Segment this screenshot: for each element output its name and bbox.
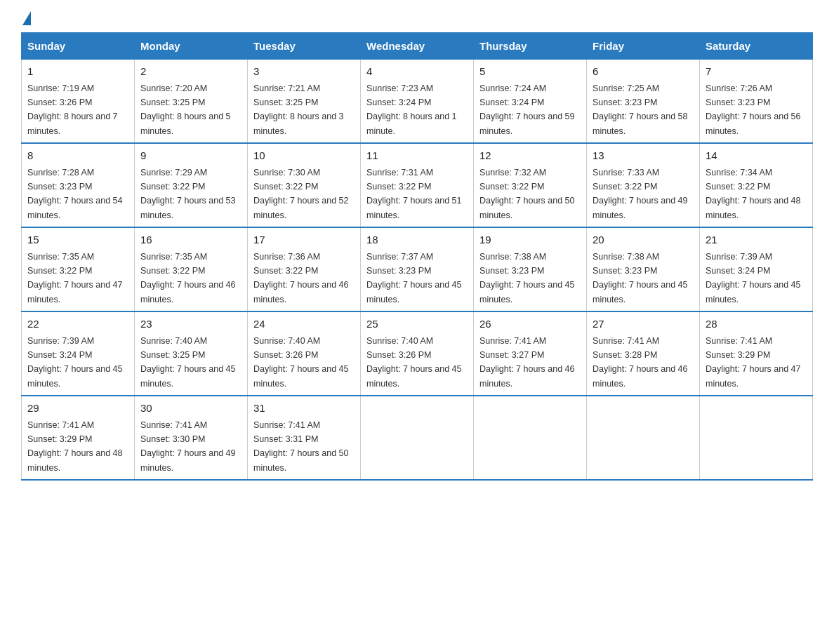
- calendar-cell: 24Sunrise: 7:40 AMSunset: 3:26 PMDayligh…: [248, 311, 361, 396]
- calendar-cell: 5Sunrise: 7:24 AMSunset: 3:24 PMDaylight…: [474, 60, 587, 144]
- calendar-cell: 31Sunrise: 7:41 AMSunset: 3:31 PMDayligh…: [248, 396, 361, 480]
- calendar-cell: 4Sunrise: 7:23 AMSunset: 3:24 PMDaylight…: [361, 60, 474, 144]
- day-info: Sunrise: 7:33 AMSunset: 3:22 PMDaylight:…: [593, 168, 688, 220]
- day-number: 2: [140, 64, 241, 80]
- day-info: Sunrise: 7:32 AMSunset: 3:22 PMDaylight:…: [479, 168, 575, 220]
- day-info: Sunrise: 7:41 AMSunset: 3:30 PMDaylight:…: [140, 420, 236, 473]
- day-number: 17: [253, 232, 355, 248]
- calendar-cell: [474, 396, 587, 480]
- day-number: 10: [253, 148, 355, 164]
- day-number: 13: [593, 148, 694, 164]
- header-saturday: Saturday: [700, 33, 813, 60]
- day-info: Sunrise: 7:38 AMSunset: 3:23 PMDaylight:…: [593, 252, 688, 304]
- calendar-week-row: 15Sunrise: 7:35 AMSunset: 3:22 PMDayligh…: [22, 227, 813, 311]
- day-info: Sunrise: 7:34 AMSunset: 3:22 PMDaylight:…: [706, 168, 801, 220]
- logo: [21, 14, 31, 25]
- day-info: Sunrise: 7:37 AMSunset: 3:23 PMDaylight:…: [366, 252, 462, 304]
- calendar-week-row: 29Sunrise: 7:41 AMSunset: 3:29 PMDayligh…: [22, 396, 813, 480]
- day-info: Sunrise: 7:24 AMSunset: 3:24 PMDaylight:…: [479, 83, 575, 136]
- day-info: Sunrise: 7:41 AMSunset: 3:29 PMDaylight:…: [27, 420, 123, 473]
- header-thursday: Thursday: [474, 33, 587, 60]
- day-info: Sunrise: 7:20 AMSunset: 3:25 PMDaylight:…: [140, 83, 231, 136]
- calendar-cell: 10Sunrise: 7:30 AMSunset: 3:22 PMDayligh…: [248, 143, 361, 227]
- day-number: 19: [479, 232, 581, 248]
- day-number: 20: [593, 232, 694, 248]
- header-tuesday: Tuesday: [248, 33, 361, 60]
- day-number: 25: [366, 316, 468, 333]
- calendar-week-row: 22Sunrise: 7:39 AMSunset: 3:24 PMDayligh…: [22, 311, 813, 396]
- header-friday: Friday: [587, 33, 700, 60]
- day-number: 3: [253, 64, 355, 80]
- day-info: Sunrise: 7:35 AMSunset: 3:22 PMDaylight:…: [27, 252, 123, 304]
- calendar-cell: 7Sunrise: 7:26 AMSunset: 3:23 PMDaylight…: [700, 60, 813, 144]
- day-info: Sunrise: 7:29 AMSunset: 3:22 PMDaylight:…: [140, 168, 236, 220]
- day-number: 12: [479, 148, 581, 164]
- day-number: 24: [253, 316, 355, 333]
- calendar-cell: 16Sunrise: 7:35 AMSunset: 3:22 PMDayligh…: [135, 227, 248, 311]
- day-info: Sunrise: 7:36 AMSunset: 3:22 PMDaylight:…: [253, 252, 349, 304]
- calendar-cell: 9Sunrise: 7:29 AMSunset: 3:22 PMDaylight…: [135, 143, 248, 227]
- day-number: 18: [366, 232, 468, 248]
- day-info: Sunrise: 7:40 AMSunset: 3:25 PMDaylight:…: [140, 336, 236, 389]
- calendar-cell: 17Sunrise: 7:36 AMSunset: 3:22 PMDayligh…: [248, 227, 361, 311]
- page-header: [21, 14, 813, 25]
- day-info: Sunrise: 7:39 AMSunset: 3:24 PMDaylight:…: [706, 252, 801, 304]
- day-number: 15: [27, 232, 128, 248]
- calendar-cell: 26Sunrise: 7:41 AMSunset: 3:27 PMDayligh…: [474, 311, 587, 396]
- day-info: Sunrise: 7:31 AMSunset: 3:22 PMDaylight:…: [366, 168, 462, 220]
- day-number: 9: [140, 148, 241, 164]
- day-number: 22: [27, 316, 128, 333]
- calendar-cell: 22Sunrise: 7:39 AMSunset: 3:24 PMDayligh…: [22, 311, 135, 396]
- calendar-cell: 14Sunrise: 7:34 AMSunset: 3:22 PMDayligh…: [700, 143, 813, 227]
- calendar-cell: 8Sunrise: 7:28 AMSunset: 3:23 PMDaylight…: [22, 143, 135, 227]
- calendar-cell: 20Sunrise: 7:38 AMSunset: 3:23 PMDayligh…: [587, 227, 700, 311]
- day-number: 7: [706, 64, 807, 80]
- day-info: Sunrise: 7:40 AMSunset: 3:26 PMDaylight:…: [253, 336, 349, 389]
- calendar-cell: 21Sunrise: 7:39 AMSunset: 3:24 PMDayligh…: [700, 227, 813, 311]
- header-sunday: Sunday: [22, 33, 135, 60]
- calendar-cell: 29Sunrise: 7:41 AMSunset: 3:29 PMDayligh…: [22, 396, 135, 480]
- calendar-cell: 1Sunrise: 7:19 AMSunset: 3:26 PMDaylight…: [22, 60, 135, 144]
- day-info: Sunrise: 7:35 AMSunset: 3:22 PMDaylight:…: [140, 252, 236, 304]
- calendar-cell: [361, 396, 474, 480]
- calendar-week-row: 1Sunrise: 7:19 AMSunset: 3:26 PMDaylight…: [22, 60, 813, 144]
- day-number: 1: [27, 64, 128, 80]
- calendar-cell: 15Sunrise: 7:35 AMSunset: 3:22 PMDayligh…: [22, 227, 135, 311]
- calendar-cell: 23Sunrise: 7:40 AMSunset: 3:25 PMDayligh…: [135, 311, 248, 396]
- day-info: Sunrise: 7:26 AMSunset: 3:23 PMDaylight:…: [706, 83, 801, 136]
- calendar-cell: [700, 396, 813, 480]
- day-number: 5: [479, 64, 581, 80]
- day-number: 28: [706, 316, 807, 333]
- day-number: 29: [27, 401, 128, 417]
- day-number: 31: [253, 401, 355, 417]
- calendar-cell: 30Sunrise: 7:41 AMSunset: 3:30 PMDayligh…: [135, 396, 248, 480]
- day-info: Sunrise: 7:28 AMSunset: 3:23 PMDaylight:…: [27, 168, 123, 220]
- calendar-header-row: SundayMondayTuesdayWednesdayThursdayFrid…: [22, 33, 813, 60]
- day-info: Sunrise: 7:38 AMSunset: 3:23 PMDaylight:…: [479, 252, 575, 304]
- day-number: 16: [140, 232, 241, 248]
- day-number: 23: [140, 316, 241, 333]
- calendar-cell: 13Sunrise: 7:33 AMSunset: 3:22 PMDayligh…: [587, 143, 700, 227]
- calendar-week-row: 8Sunrise: 7:28 AMSunset: 3:23 PMDaylight…: [22, 143, 813, 227]
- calendar-cell: 28Sunrise: 7:41 AMSunset: 3:29 PMDayligh…: [700, 311, 813, 396]
- calendar-cell: 12Sunrise: 7:32 AMSunset: 3:22 PMDayligh…: [474, 143, 587, 227]
- header-monday: Monday: [135, 33, 248, 60]
- day-info: Sunrise: 7:25 AMSunset: 3:23 PMDaylight:…: [593, 83, 688, 136]
- calendar-cell: 3Sunrise: 7:21 AMSunset: 3:25 PMDaylight…: [248, 60, 361, 144]
- calendar-cell: 25Sunrise: 7:40 AMSunset: 3:26 PMDayligh…: [361, 311, 474, 396]
- day-info: Sunrise: 7:30 AMSunset: 3:22 PMDaylight:…: [253, 168, 349, 220]
- calendar-cell: [587, 396, 700, 480]
- day-info: Sunrise: 7:19 AMSunset: 3:26 PMDaylight:…: [27, 83, 118, 136]
- day-info: Sunrise: 7:41 AMSunset: 3:31 PMDaylight:…: [253, 420, 349, 473]
- header-wednesday: Wednesday: [361, 33, 474, 60]
- calendar-cell: 19Sunrise: 7:38 AMSunset: 3:23 PMDayligh…: [474, 227, 587, 311]
- day-info: Sunrise: 7:40 AMSunset: 3:26 PMDaylight:…: [366, 336, 462, 389]
- day-number: 8: [27, 148, 128, 164]
- day-number: 26: [479, 316, 581, 333]
- day-number: 11: [366, 148, 468, 164]
- calendar-cell: 2Sunrise: 7:20 AMSunset: 3:25 PMDaylight…: [135, 60, 248, 144]
- calendar-table: SundayMondayTuesdayWednesdayThursdayFrid…: [21, 32, 813, 481]
- day-number: 27: [593, 316, 694, 333]
- day-number: 4: [366, 64, 468, 80]
- day-number: 14: [706, 148, 807, 164]
